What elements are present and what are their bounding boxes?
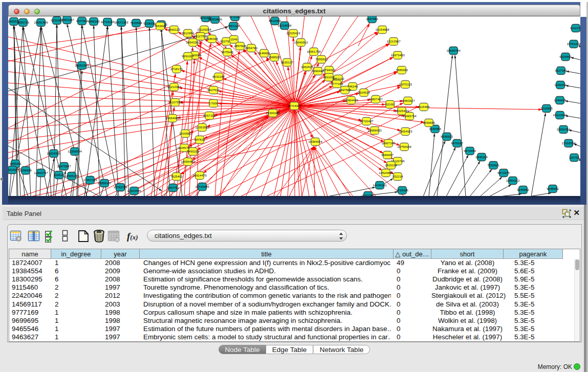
svg-text:1362615: 1362615 <box>301 65 313 69</box>
svg-text:9245052: 9245052 <box>517 188 529 191</box>
svg-text:13958107: 13958107 <box>97 181 112 185</box>
svg-text:1546: 1546 <box>230 37 237 41</box>
svg-text:9329901: 9329901 <box>559 55 572 58</box>
svg-text:9245032: 9245032 <box>547 187 559 190</box>
svg-text:2718170: 2718170 <box>170 67 183 71</box>
svg-text:6794023: 6794023 <box>323 68 335 72</box>
svg-text:1588520: 1588520 <box>268 55 280 59</box>
svg-text:20206526: 20206526 <box>47 151 61 155</box>
svg-text:9474444: 9474444 <box>464 149 476 152</box>
svg-text:1640954: 1640954 <box>429 127 441 130</box>
svg-text:1733426: 1733426 <box>396 188 408 192</box>
svg-text:12359934: 12359934 <box>68 149 82 153</box>
svg-text:1485001: 1485001 <box>9 162 21 165</box>
svg-text:7857224: 7857224 <box>227 24 239 28</box>
svg-text:9055719: 9055719 <box>17 20 29 24</box>
svg-text:8220137: 8220137 <box>281 60 293 64</box>
svg-text:9777169: 9777169 <box>331 82 343 85</box>
svg-text:13495754: 13495754 <box>402 114 417 118</box>
svg-text:9146821: 9146821 <box>258 51 270 55</box>
svg-text:252214: 252214 <box>393 174 403 178</box>
svg-text:10807457: 10807457 <box>368 97 383 101</box>
svg-text:8454749: 8454749 <box>245 46 257 50</box>
svg-text:1875645: 1875645 <box>221 50 233 54</box>
svg-text:1171310: 1171310 <box>229 16 241 18</box>
svg-text:10653287: 10653287 <box>60 18 74 21</box>
svg-text:8186328: 8186328 <box>206 37 218 40</box>
svg-text:10654112: 10654112 <box>506 179 520 182</box>
svg-text:1156829: 1156829 <box>19 168 32 172</box>
svg-text:8267110: 8267110 <box>203 114 215 117</box>
svg-text:7485063: 7485063 <box>396 68 408 72</box>
svg-text:14136141: 14136141 <box>373 183 387 187</box>
svg-text:10543382: 10543382 <box>186 40 200 44</box>
svg-text:16671355: 16671355 <box>114 20 128 24</box>
svg-text:15692351: 15692351 <box>556 127 571 131</box>
svg-text:17957255: 17957255 <box>83 178 97 182</box>
svg-text:12323446: 12323446 <box>127 189 141 192</box>
svg-text:114519: 114519 <box>54 173 64 177</box>
svg-text:7632621: 7632621 <box>487 163 499 167</box>
svg-text:9427512: 9427512 <box>207 88 220 92</box>
svg-text:62160: 62160 <box>386 102 395 106</box>
svg-text:10975867: 10975867 <box>57 164 71 168</box>
svg-text:3215955: 3215955 <box>540 106 553 110</box>
svg-text:2867608: 2867608 <box>234 44 246 48</box>
svg-text:2687682: 2687682 <box>366 17 378 20</box>
svg-text:8938923: 8938923 <box>441 135 453 138</box>
svg-text:12213383: 12213383 <box>167 85 181 89</box>
svg-text:13640910: 13640910 <box>294 40 308 44</box>
svg-text:25053346: 25053346 <box>75 63 89 67</box>
svg-text:1244415: 1244415 <box>554 98 566 102</box>
svg-text:116753: 116753 <box>569 156 579 159</box>
svg-text:16914479: 16914479 <box>192 173 207 177</box>
svg-text:19384554: 19384554 <box>308 140 322 143</box>
svg-text:15751074: 15751074 <box>567 42 580 46</box>
svg-text:19654923: 19654923 <box>398 129 412 133</box>
svg-text:6466160: 6466160 <box>88 19 100 23</box>
svg-text:10961758: 10961758 <box>307 50 321 53</box>
svg-text:6497568: 6497568 <box>339 88 351 92</box>
svg-text:15720407: 15720407 <box>359 119 374 123</box>
svg-text:10973493: 10973493 <box>390 53 405 57</box>
svg-text:12213967: 12213967 <box>386 39 401 43</box>
svg-text:16053809: 16053809 <box>208 17 222 21</box>
svg-text:1815132: 1815132 <box>385 163 397 167</box>
svg-text:1112274: 1112274 <box>570 26 580 30</box>
svg-text:1209332: 1209332 <box>554 83 567 86</box>
svg-text:19654965: 19654965 <box>165 116 180 120</box>
svg-text:39152: 39152 <box>8 168 17 171</box>
svg-text:9457791: 9457791 <box>167 186 179 189</box>
svg-text:1916682: 1916682 <box>179 132 191 135</box>
svg-text:18807249: 18807249 <box>381 141 396 145</box>
svg-text:16107552: 16107552 <box>168 100 182 104</box>
svg-text:7515546: 7515546 <box>130 21 142 25</box>
svg-text:15716485: 15716485 <box>195 185 209 188</box>
svg-text:7663822: 7663822 <box>154 24 166 28</box>
svg-text:12942757: 12942757 <box>34 171 48 174</box>
svg-text:16210643: 16210643 <box>553 113 567 117</box>
svg-text:9699695: 9699695 <box>423 121 435 124</box>
svg-text:18724007: 18724007 <box>287 104 301 107</box>
svg-text:10688603: 10688603 <box>367 128 382 132</box>
svg-text:23226058: 23226058 <box>197 28 211 31</box>
svg-text:11325419: 11325419 <box>287 31 300 35</box>
svg-text:1527602: 1527602 <box>76 19 88 23</box>
svg-text:9115460: 9115460 <box>418 105 430 108</box>
svg-text:587832: 587832 <box>194 138 205 141</box>
svg-text:19463627: 19463627 <box>401 99 415 102</box>
svg-text:16782759: 16782759 <box>113 185 127 189</box>
svg-text:11975115: 11975115 <box>399 82 412 86</box>
svg-text:10756928: 10756928 <box>397 145 411 148</box>
svg-text:9684067: 9684067 <box>381 153 394 157</box>
svg-text:9391007: 9391007 <box>182 54 194 58</box>
svg-text:19218506: 19218506 <box>277 24 292 27</box>
svg-text:14099483: 14099483 <box>181 160 195 163</box>
svg-text:16154808: 16154808 <box>375 28 389 31</box>
svg-text:12353593: 12353593 <box>195 125 209 129</box>
svg-text:8912954: 8912954 <box>182 31 194 35</box>
svg-text:20691406: 20691406 <box>34 20 48 24</box>
svg-text:10719155: 10719155 <box>100 20 115 24</box>
svg-text:6479197: 6479197 <box>451 141 463 145</box>
svg-text:8031144: 8031144 <box>212 75 225 78</box>
